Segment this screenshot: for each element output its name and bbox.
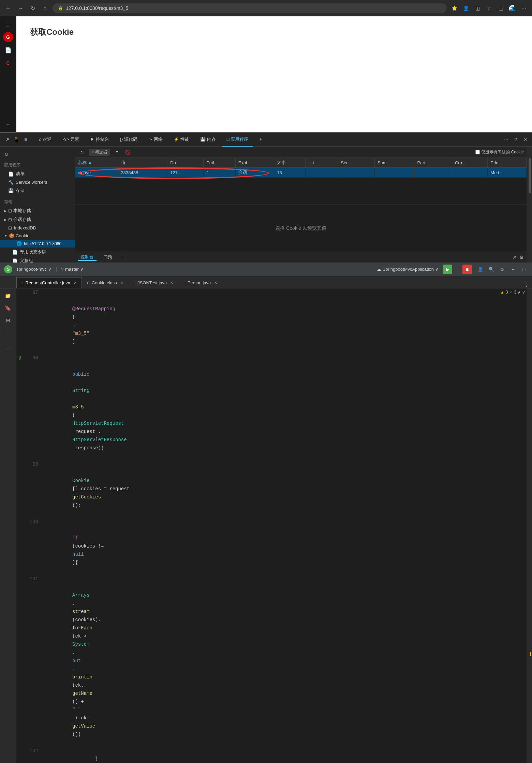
ide-tab-cookie[interactable]: C Cookie.class ✕ [82, 277, 129, 288]
ide-tab-requestcontroller[interactable]: J RequestController.java ✕ [16, 277, 82, 288]
add-sidebar-icon[interactable]: + [3, 119, 13, 130]
tab-memory[interactable]: 💾 内存 [195, 133, 221, 147]
notes-icon[interactable]: 📄 [3, 45, 13, 55]
ide-structure-icon[interactable]: ⊞ [3, 316, 13, 325]
forward-button[interactable]: → [16, 3, 25, 13]
ide-settings-icon[interactable]: ⚙ [498, 265, 506, 273]
sidebar-item-indexeddb[interactable]: ⊞ IndexedDB [0, 224, 75, 232]
col-name[interactable]: 名称 ▲ [75, 158, 118, 168]
col-expires[interactable]: Expi... [235, 158, 274, 168]
code-scrollbar[interactable] [527, 288, 532, 763]
sidebar-item-session-storage[interactable]: ▶ ⊞ 会话存储 [0, 215, 75, 224]
col-crosssite[interactable]: Cro... [452, 158, 487, 168]
col-partitioned[interactable]: Part... [414, 158, 452, 168]
ide-run-button[interactable]: ▶ [443, 265, 452, 274]
devtools-console-icon[interactable]: ≡ [22, 136, 30, 144]
tab-sources[interactable]: {} 源代码 [115, 133, 142, 147]
collections-icon[interactable]: ⬚ [496, 3, 505, 13]
settings-icon[interactable]: ⚙ [519, 255, 524, 260]
favorites-icon[interactable]: ☆ [484, 3, 494, 13]
tab-application[interactable]: □ 应用程序 [222, 133, 253, 147]
ide-stop-button[interactable]: ■ [462, 265, 472, 274]
col-priority[interactable]: Prio... [488, 158, 527, 168]
refresh-cookies-button[interactable]: ↻ [78, 148, 86, 156]
tab-welcome[interactable]: ⌂ 欢迎 [34, 133, 56, 147]
sidebar-item-cookie-localhost[interactable]: 🌐 http://127.0.0.1:8080 [0, 240, 75, 248]
table-row[interactable]: nidaye 3838438 127... / 会话 13 Med... [75, 168, 527, 178]
col-size[interactable]: 大小 [274, 158, 306, 168]
col-httponly[interactable]: Htt... [306, 158, 338, 168]
only-issues-input[interactable] [475, 150, 480, 154]
devtools-close-icon[interactable]: ✕ [521, 136, 529, 144]
ide-user-icon[interactable]: 👤 [476, 265, 484, 273]
col-path[interactable]: Path [204, 158, 236, 168]
code-editor[interactable]: ▲ 3 ✓ 3 ∧ ∨ 97 @RequestMapping ( ☆~ "m3_… [16, 288, 532, 763]
ide-search-icon[interactable]: 🔍 [487, 265, 495, 273]
ide-git-icon[interactable]: ⑂ [3, 328, 13, 338]
nav-up-icon[interactable]: ∧ [518, 290, 521, 295]
address-bar[interactable]: 🔒 127.0.0.1:8080/request/m3_5 [53, 3, 447, 13]
home-button[interactable]: ⌂ [40, 3, 50, 13]
more-icon[interactable]: ⋯ [519, 3, 529, 13]
tab-network[interactable]: 〜 网络 [144, 133, 168, 147]
devtools-help-icon[interactable]: ? [512, 136, 520, 144]
clear-cookies-button[interactable]: 🚫 [124, 148, 132, 156]
sidebar-refresh-icon[interactable]: ↻ [3, 151, 10, 158]
col-secure[interactable]: Sec... [338, 158, 374, 168]
sidebar-item-manifest[interactable]: 📄 清单 [0, 169, 75, 178]
refresh-button[interactable]: ↻ [28, 3, 38, 13]
ide-tab-jsontest[interactable]: J JSONTest.java ✕ [129, 277, 178, 288]
filter-icon2[interactable]: ≡ [113, 148, 121, 156]
col-value[interactable]: 值 [118, 158, 167, 168]
java-icon3: J [183, 281, 186, 285]
tab-close-icon2[interactable]: ✕ [120, 281, 123, 285]
tab-close-icon4[interactable]: ✕ [214, 281, 217, 285]
project-dropdown-icon: ∨ [48, 267, 51, 272]
bottom-tab-console[interactable]: 控制台 [78, 254, 97, 261]
ide-branch-selector[interactable]: ⑂ master ∨ [61, 267, 84, 272]
add-panel-icon[interactable]: + [120, 254, 123, 260]
sidebar-item-local-storage[interactable]: ▶ ⊞ 本地存储 [0, 206, 75, 215]
sidebar-item-cookie[interactable]: ▼ 🍪 Cookie [0, 232, 75, 240]
tab-add[interactable]: + [254, 133, 267, 147]
lock-icon: 🔒 [58, 6, 63, 11]
ide-tab-person[interactable]: J Person.java ✕ [178, 277, 222, 288]
sidebar-icon[interactable]: ◫ [473, 3, 482, 13]
tab-console[interactable]: ▶ 控制台 [85, 133, 114, 147]
sidebar-item-trust-tokens[interactable]: 📄 专用状态令牌 [0, 248, 75, 256]
devtools-mobile-icon[interactable]: 📱 [12, 136, 20, 144]
profile-sidebar-icon[interactable]: G [3, 32, 13, 42]
filter-button[interactable]: ≡ 筛选器 [89, 149, 110, 156]
ide-more-tabs-icon[interactable]: ⋮ [521, 282, 532, 288]
only-issues-checkbox[interactable]: 仅显示有问题的 Cookie [475, 149, 524, 155]
devtools-scrollbar[interactable] [527, 147, 532, 263]
ide-maximize-icon[interactable]: □ [520, 265, 528, 273]
col-domain[interactable]: Do... [167, 158, 204, 168]
extensions-icon[interactable]: ⭐ [449, 3, 459, 13]
ide-tabs: J RequestController.java ✕ C Cookie.clas… [0, 276, 532, 288]
ide-run-config-selector[interactable]: ☁ SpringbootMvcApplication ∨ [377, 267, 439, 272]
tabs-icon[interactable]: ⬚ [3, 19, 13, 29]
ide-minimize-icon[interactable]: − [509, 265, 517, 273]
devtools-more-icon[interactable]: ⋯ [502, 136, 510, 144]
profile-icon[interactable]: 👤 [461, 3, 471, 13]
ide-bookmark-icon[interactable]: 🔖 [3, 303, 13, 313]
ide-folder-icon[interactable]: 📁 [3, 291, 13, 301]
tab-performance[interactable]: ⚡ 性能 [169, 133, 194, 147]
devtools-inspect-icon[interactable]: ↗ [3, 136, 11, 144]
back-button[interactable]: ← [3, 3, 13, 13]
bottom-tab-issues[interactable]: 问题 [101, 254, 115, 260]
ide-more-left-icon[interactable]: ⋯ [3, 343, 13, 353]
tab-close-icon[interactable]: ✕ [74, 281, 77, 285]
nav-down-icon[interactable]: ∨ [522, 290, 525, 295]
sidebar-item-interest-groups[interactable]: 📄 兴趣组 [0, 256, 75, 263]
sidebar-item-storage-overview[interactable]: 💾 存储 [0, 186, 75, 195]
sidebar-item-service-workers[interactable]: 🔧 Service workers [0, 178, 75, 186]
tab-close-icon3[interactable]: ✕ [170, 281, 173, 285]
dock-icon[interactable]: ↗ [513, 255, 517, 260]
csdn-icon[interactable]: C [3, 58, 13, 68]
tab-elements[interactable]: </> 元素 [58, 133, 84, 147]
col-samesite[interactable]: Sam... [374, 158, 414, 168]
edge-icon[interactable]: 🌊 [507, 3, 517, 13]
ide-project-selector[interactable]: springboot-mvc ∨ [16, 267, 51, 272]
